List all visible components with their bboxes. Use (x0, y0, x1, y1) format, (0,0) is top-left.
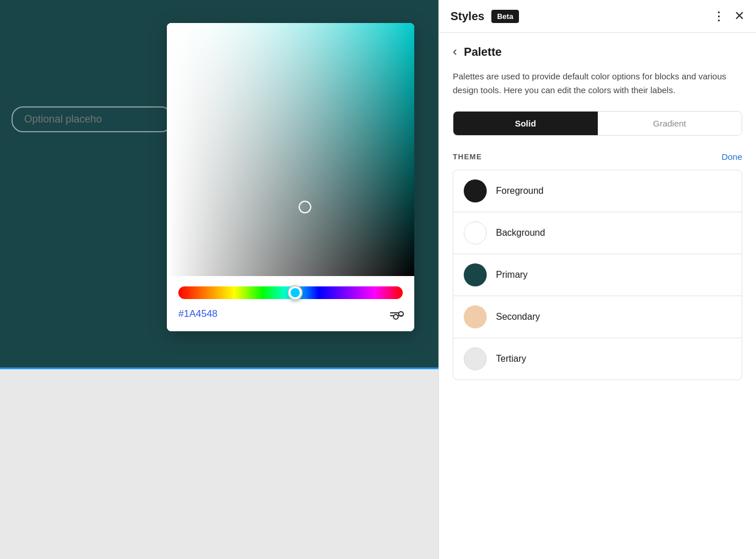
close-icon[interactable]: ✕ (734, 10, 744, 22)
canvas-placeholder-input[interactable] (12, 106, 173, 132)
color-hex-row: #1A4548 (178, 308, 403, 320)
color-picker-controls: #1A4548 (167, 276, 414, 331)
theme-section-header: THEME Done (453, 152, 742, 162)
color-picker-popup: #1A4548 (167, 23, 414, 331)
background-label: Background (496, 228, 545, 238)
styles-panel: Styles Beta ⋮ ✕ ‹ Palette Palettes are u… (438, 0, 756, 559)
color-item-primary[interactable]: Primary (453, 254, 742, 296)
secondary-label: Secondary (496, 312, 540, 322)
color-item-foreground[interactable]: Foreground (453, 170, 742, 212)
tab-switcher: Solid Gradient (453, 111, 742, 136)
color-settings-icon[interactable] (390, 312, 403, 316)
color-item-secondary[interactable]: Secondary (453, 296, 742, 338)
back-arrow[interactable]: ‹ (453, 44, 457, 59)
beta-badge: Beta (491, 10, 519, 23)
primary-label: Primary (496, 270, 528, 280)
color-hex-value[interactable]: #1A4548 (178, 308, 217, 320)
hue-slider[interactable] (178, 286, 403, 299)
background-swatch (464, 221, 487, 244)
canvas-bottom-area (0, 369, 438, 559)
color-list: Foreground Background Primary Secondary … (453, 170, 742, 380)
tertiary-label: Tertiary (496, 354, 526, 364)
styles-header-left: Styles Beta (450, 10, 519, 23)
color-item-background[interactable]: Background (453, 212, 742, 254)
theme-label: THEME (453, 152, 482, 161)
styles-header: Styles Beta ⋮ ✕ (439, 0, 756, 33)
foreground-swatch (464, 179, 487, 202)
palette-nav: ‹ Palette (453, 44, 742, 59)
palette-description: Palettes are used to provide default col… (453, 70, 742, 97)
primary-swatch (464, 263, 487, 286)
color-item-tertiary[interactable]: Tertiary (453, 338, 742, 380)
palette-section: ‹ Palette Palettes are used to provide d… (439, 33, 756, 559)
canvas-area: #1A4548 (0, 0, 438, 559)
palette-title: Palette (464, 45, 502, 59)
settings-line-2 (390, 315, 403, 316)
hue-slider-thumb (288, 285, 303, 300)
styles-title: Styles (450, 10, 484, 23)
secondary-swatch (464, 305, 487, 328)
color-picker-cursor (299, 201, 311, 213)
color-gradient-canvas[interactable] (167, 23, 414, 276)
done-button[interactable]: Done (721, 152, 742, 162)
styles-header-right: ⋮ ✕ (713, 9, 744, 23)
tab-solid[interactable]: Solid (453, 112, 598, 135)
hue-slider-container[interactable] (178, 286, 403, 299)
more-icon[interactable]: ⋮ (713, 9, 725, 23)
foreground-label: Foreground (496, 186, 544, 196)
tab-gradient[interactable]: Gradient (598, 112, 742, 135)
tertiary-swatch (464, 347, 487, 370)
settings-line-1 (390, 312, 403, 313)
